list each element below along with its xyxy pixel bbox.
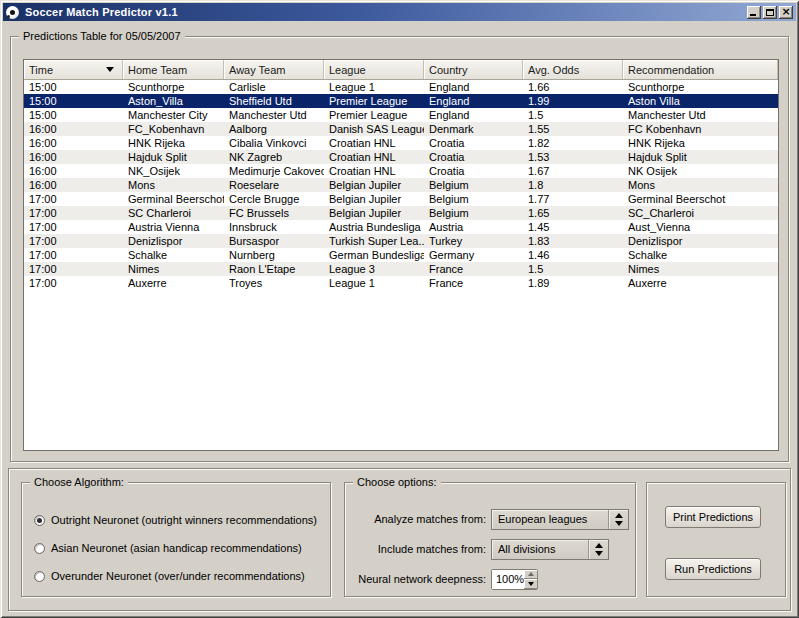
cell-odds: 1.77 <box>523 192 623 206</box>
table-header: TimeHome TeamAway TeamLeagueCountryAvg. … <box>24 60 778 80</box>
cell-time: 16:00 <box>24 136 123 150</box>
cell-league: Belgian Jupiler <box>324 206 424 220</box>
table-row[interactable]: 17:00AuxerreTroyesLeague 1France1.89Auxe… <box>24 276 778 290</box>
cell-home: Schalke <box>123 248 224 262</box>
cell-country: Denmark <box>424 122 523 136</box>
cell-recommendation: Auxerre <box>623 276 778 290</box>
radio-option-1[interactable]: Asian Neuronet (asian handicap recommend… <box>34 540 302 556</box>
table-row[interactable]: 16:00HNK RijekaCibalia VinkovciCroatian … <box>24 136 778 150</box>
cell-recommendation: Mons <box>623 178 778 192</box>
cell-league: League 1 <box>324 276 424 290</box>
cell-home: SC Charleroi <box>123 206 224 220</box>
predictions-group: Predictions Table for 05/05/2007 TimeHom… <box>10 36 789 462</box>
cell-time: 17:00 <box>24 192 123 206</box>
deepness-spinbox[interactable]: 100% <box>491 569 538 590</box>
close-button[interactable]: × <box>779 6 793 19</box>
spin-up-button[interactable] <box>524 570 538 580</box>
cell-away: Roeselare <box>224 178 324 192</box>
cell-recommendation: Nimes <box>623 262 778 276</box>
app-window: Soccer Match Predictor v1.1 × Prediction… <box>0 0 799 618</box>
column-header-odds[interactable]: Avg. Odds <box>523 60 623 79</box>
titlebar: Soccer Match Predictor v1.1 × <box>3 3 796 21</box>
maximize-button[interactable] <box>763 6 777 19</box>
cell-country: Belgium <box>424 206 523 220</box>
column-header-time[interactable]: Time <box>24 60 123 79</box>
cell-home: Germinal Beerschot <box>123 192 224 206</box>
cell-odds: 1.82 <box>523 136 623 150</box>
close-icon: × <box>779 6 793 19</box>
cell-recommendation: SC_Charleroi <box>623 206 778 220</box>
cell-away: Manchester Utd <box>224 108 324 122</box>
window-title: Soccer Match Predictor v1.1 <box>25 6 178 18</box>
cell-country: Croatia <box>424 136 523 150</box>
cell-away: Aalborg <box>224 122 324 136</box>
radio-unselected-icon <box>34 571 45 582</box>
cell-odds: 1.55 <box>523 122 623 136</box>
table-row[interactable]: 16:00NK_OsijekMedimurje CakovecCroatian … <box>24 164 778 178</box>
actions-group: Print Predictions Run Predictions <box>646 482 786 597</box>
column-header-label: Home Team <box>128 64 187 76</box>
cell-country: Germany <box>424 248 523 262</box>
sort-descending-icon <box>106 67 114 72</box>
cell-league: Croatian HNL <box>324 136 424 150</box>
column-header-label: Avg. Odds <box>528 64 579 76</box>
run-predictions-button[interactable]: Run Predictions <box>665 558 761 580</box>
cell-league: League 1 <box>324 80 424 94</box>
print-predictions-button[interactable]: Print Predictions <box>665 506 761 528</box>
radio-selected-icon <box>34 515 45 526</box>
cell-away: Troyes <box>224 276 324 290</box>
column-header-label: Away Team <box>229 64 285 76</box>
cell-league: Premier League <box>324 108 424 122</box>
include-matches-value: All divisions <box>492 543 588 555</box>
table-row[interactable]: 15:00ScunthorpeCarlisleLeague 1England1.… <box>24 80 778 94</box>
cell-country: France <box>424 262 523 276</box>
column-header-country[interactable]: Country <box>424 60 523 79</box>
cell-recommendation: Denizlispor <box>623 234 778 248</box>
cell-home: Hajduk Split <box>123 150 224 164</box>
cell-odds: 1.65 <box>523 206 623 220</box>
table-row[interactable]: 17:00SC CharleroiFC BrusselsBelgian Jupi… <box>24 206 778 220</box>
cell-away: NK Zagreb <box>224 150 324 164</box>
radio-unselected-icon <box>34 543 45 554</box>
column-header-league[interactable]: League <box>324 60 424 79</box>
spin-down-icon <box>528 582 534 586</box>
table-row[interactable]: 16:00FC_KobenhavnAalborgDanish SAS Leagu… <box>24 122 778 136</box>
column-header-recommendation[interactable]: Recommendation <box>623 60 778 79</box>
table-row[interactable]: 17:00DenizlisporBursasporTurkish Super L… <box>24 234 778 248</box>
cell-odds: 1.53 <box>523 150 623 164</box>
radio-option-0[interactable]: Outright Neuronet (outright winners reco… <box>34 512 317 528</box>
cell-away: Carlisle <box>224 80 324 94</box>
cell-country: England <box>424 94 523 108</box>
cell-recommendation: Germinal Beerschot <box>623 192 778 206</box>
table-row[interactable]: 17:00SchalkeNurnbergGerman BundesligaGer… <box>24 248 778 262</box>
analyze-matches-combobox[interactable]: European leagues <box>491 509 629 530</box>
cell-league: Croatian HNL <box>324 164 424 178</box>
radio-option-2[interactable]: Overunder Neuronet (over/under recommend… <box>34 568 305 584</box>
column-header-away[interactable]: Away Team <box>224 60 324 79</box>
radio-option-label: Overunder Neuronet (over/under recommend… <box>51 570 305 582</box>
cell-odds: 1.67 <box>523 164 623 178</box>
spin-down-button[interactable] <box>524 579 538 589</box>
table-row[interactable]: 17:00Austria ViennaInnsbruckAustria Bund… <box>24 220 778 234</box>
deepness-label: Neural network deepness: <box>353 573 486 585</box>
cell-league: Danish SAS League <box>324 122 424 136</box>
column-header-home[interactable]: Home Team <box>123 60 224 79</box>
table-row[interactable]: 16:00Hajduk SplitNK ZagrebCroatian HNLCr… <box>24 150 778 164</box>
table-row[interactable]: 17:00Germinal BeerschotCercle BruggeBelg… <box>24 192 778 206</box>
include-matches-combobox[interactable]: All divisions <box>491 539 609 560</box>
cell-home: NK_Osijek <box>123 164 224 178</box>
cell-recommendation: Hajduk Split <box>623 150 778 164</box>
cell-time: 17:00 <box>24 262 123 276</box>
table-row[interactable]: 15:00Aston_VillaSheffield UtdPremier Lea… <box>24 94 778 108</box>
cell-time: 16:00 <box>24 178 123 192</box>
cell-league: Belgian Jupiler <box>324 178 424 192</box>
column-header-label: League <box>329 64 366 76</box>
table-row[interactable]: 15:00Manchester CityManchester UtdPremie… <box>24 108 778 122</box>
predictions-group-title: Predictions Table for 05/05/2007 <box>19 30 185 42</box>
cell-recommendation: Scunthorpe <box>623 80 778 94</box>
table-row[interactable]: 16:00MonsRoeselareBelgian JupilerBelgium… <box>24 178 778 192</box>
cell-recommendation: NK Osijek <box>623 164 778 178</box>
cell-home: Austria Vienna <box>123 220 224 234</box>
minimize-button[interactable] <box>747 6 761 19</box>
table-row[interactable]: 17:00NimesRaon L'EtapeLeague 3France1.5N… <box>24 262 778 276</box>
